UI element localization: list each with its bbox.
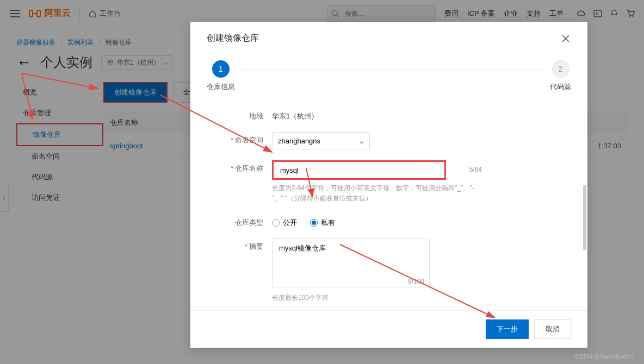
repo-name-label: *仓库名称 xyxy=(207,160,272,173)
step-1: 1 仓库信息 xyxy=(207,60,235,92)
step-circle: 1 xyxy=(212,60,230,78)
namespace-select[interactable]: zhanghangns ⌵ xyxy=(272,132,370,149)
radio-icon xyxy=(272,219,280,227)
steps: 1 仓库信息 2 代码源 xyxy=(190,49,587,103)
summary-label: *摘要 xyxy=(207,239,272,252)
step-circle: 2 xyxy=(552,60,569,78)
scrollbar[interactable] xyxy=(583,185,586,250)
radio-public[interactable]: 公开 xyxy=(272,218,297,228)
summary-hint: 长度最长100个字符 xyxy=(272,293,430,303)
modal-form: 地域 华东1（杭州） *命名空间 zhanghangns ⌵ *仓库名称 5/6… xyxy=(190,103,587,310)
summary-textarea[interactable] xyxy=(272,239,430,287)
region-label: 地域 xyxy=(207,108,272,121)
repo-name-input[interactable] xyxy=(272,160,446,180)
step-2: 2 代码源 xyxy=(550,60,571,92)
char-count: 9/100 xyxy=(408,278,424,285)
region-value: 华东1（杭州） xyxy=(272,108,571,121)
watermark: CSDN @SuperButton xyxy=(575,353,633,360)
modal-title: 创建镜像仓库 xyxy=(207,33,259,44)
char-count: 5/64 xyxy=(469,166,482,173)
cancel-button[interactable]: 取消 xyxy=(534,319,571,339)
name-hint: 长度为2-64个字符，可使用小写英文字母、数字，可使用分隔符"_"、"-"、".… xyxy=(272,183,490,204)
namespace-label: *命名空间 xyxy=(207,132,272,145)
chevron-down-icon: ⌵ xyxy=(360,137,364,145)
close-icon[interactable] xyxy=(560,33,571,44)
radio-icon xyxy=(310,219,318,227)
type-label: 仓库类型 xyxy=(207,215,272,228)
step-line xyxy=(239,70,546,70)
next-button[interactable]: 下一步 xyxy=(486,319,529,339)
radio-private[interactable]: 私有 xyxy=(310,218,335,228)
create-repo-modal: 创建镜像仓库 1 仓库信息 2 代码源 地域 华东1（杭州） *命名空间 zha… xyxy=(190,22,587,348)
